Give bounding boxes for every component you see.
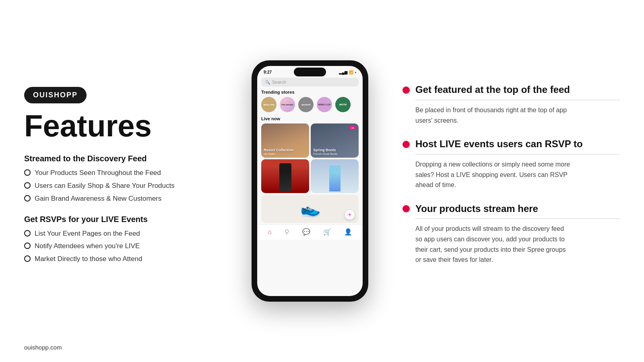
logo-badge: OUISHOPP — [24, 87, 87, 103]
feature-divider-2 — [415, 154, 620, 154]
feature-title-2: Host LIVE events users can RSVP to — [415, 138, 583, 150]
logo-text: OUISHOPP — [33, 91, 78, 99]
list-item-text: Users can Easily Shop & Share Your Produ… — [35, 181, 175, 191]
signal-icon: ▂▄▆ — [339, 70, 347, 74]
red-dot-icon — [402, 86, 410, 94]
bullet-icon — [24, 255, 31, 262]
feature-title-1: Get featured at the top of the feed — [415, 84, 570, 96]
feature-header-3: Your products stream here — [402, 203, 620, 215]
list-item-text: List Your Event Pages on the Feed — [35, 229, 140, 239]
live-card-content: Resort Collection via Swim — [261, 123, 309, 158]
red-dot-icon — [402, 205, 410, 212]
list-item-text: Gain Brand Awareness & New Customers — [35, 194, 161, 204]
left-panel: OUISHOPP Features Streamed to the Discov… — [24, 87, 242, 275]
fashion-card-1[interactable] — [261, 159, 309, 193]
store-avatar-freepeople[interactable]: free people — [280, 97, 295, 112]
section1-bullet-list: Your Products Seen Throughout the Feed U… — [24, 168, 225, 203]
section2-heading: Get RSVPs for your LIVE Events — [24, 215, 225, 224]
footer-url: ouishopp.com — [24, 344, 62, 351]
phone-device: 9:27 ▂▄▆ 📶 ▪ 🔍 Search Trending stores do… — [252, 60, 368, 302]
store-avatar-aerie[interactable]: aerie — [335, 97, 351, 112]
search-placeholder: Search — [272, 80, 286, 84]
feature-item-1: Get featured at the top of the feed Be p… — [402, 84, 620, 125]
feature-item-3: Your products stream here All of your pr… — [402, 203, 620, 265]
bottom-grid — [257, 159, 363, 195]
feature-header-2: Host LIVE events users can RSVP to — [402, 138, 620, 150]
list-item: Your Products Seen Throughout the Feed — [24, 168, 225, 178]
live-card-title: Resort Collection — [264, 148, 294, 152]
list-item-text: Notify Attendees when you're LIVE — [35, 241, 140, 251]
store-avatar-dolcevita[interactable]: dolce vita — [261, 97, 277, 112]
phone-nav: ⌂ ⚲ 💬 🛒 👤 — [257, 224, 363, 240]
phone-search-bar[interactable]: 🔍 Search — [261, 78, 359, 86]
list-item: List Your Event Pages on the Feed — [24, 229, 225, 239]
feature-divider-3 — [415, 218, 620, 219]
list-item-text: Your Products Seen Throughout the Feed — [35, 168, 161, 178]
chat-nav-icon[interactable]: 💬 — [302, 228, 310, 236]
phone-time: 9:27 — [264, 70, 272, 74]
live-card-subtitle: via Swim — [264, 152, 294, 155]
list-item: Users can Easily Shop & Share Your Produ… — [24, 181, 225, 191]
trending-stores-row: dolce vita free people gorland WINKY LUX… — [257, 97, 363, 116]
search-icon: 🔍 — [265, 80, 270, 84]
fashion-card-2[interactable] — [311, 159, 359, 193]
feature-item-2: Host LIVE events users can RSVP to Dropp… — [402, 138, 620, 190]
add-to-cart-button[interactable]: + — [345, 210, 355, 220]
cart-nav-icon[interactable]: 🛒 — [323, 228, 331, 236]
red-dot-icon — [402, 141, 410, 148]
phone-mockup: 9:27 ▂▄▆ 📶 ▪ 🔍 Search Trending stores do… — [242, 60, 378, 302]
section2-bullet-list: List Your Event Pages on the Feed Notify… — [24, 229, 225, 264]
list-item-text: Market Directly to those who Attend — [35, 254, 142, 264]
phone-notch — [294, 68, 326, 76]
live-now-label: Live now — [257, 116, 363, 123]
live-card-resort[interactable]: Resort Collection via Swim — [261, 123, 309, 158]
battery-icon: ▪ — [355, 70, 356, 74]
live-card-title: Spring Boots — [313, 148, 337, 152]
feature-desc-2: Dropping a new collections or simply nee… — [402, 159, 572, 190]
bullet-icon — [24, 195, 31, 202]
status-icons: ▂▄▆ 📶 ▪ — [339, 70, 356, 74]
wifi-icon: 📶 — [349, 70, 353, 74]
list-item: Market Directly to those who Attend — [24, 254, 225, 264]
search-nav-icon[interactable]: ⚲ — [285, 228, 289, 236]
live-card-boots[interactable]: 31 Spring Boots French Road Boots — [311, 123, 359, 158]
feature-header-1: Get featured at the top of the feed — [402, 84, 620, 96]
trending-label: Trending stores — [257, 90, 363, 97]
shoe-card[interactable]: 👟 + — [261, 195, 359, 223]
feature-title-3: Your products stream here — [415, 203, 538, 215]
live-card-subtitle: French Road Boots — [313, 152, 337, 155]
bullet-icon — [24, 243, 31, 249]
section1-heading: Streamed to the Discovery Feed — [24, 154, 225, 163]
list-item: Gain Brand Awareness & New Customers — [24, 194, 225, 204]
store-avatar-winkylux[interactable]: WINKY LUX — [317, 97, 332, 112]
feature-desc-1: Be placed in front of thousands right at… — [402, 105, 572, 125]
right-panel: Get featured at the top of the feed Be p… — [378, 84, 620, 278]
feature-divider-1 — [415, 100, 620, 100]
bullet-icon — [24, 230, 31, 237]
home-nav-icon[interactable]: ⌂ — [268, 228, 272, 236]
bullet-icon — [24, 182, 31, 189]
profile-nav-icon[interactable]: 👤 — [344, 228, 352, 236]
live-grid: Resort Collection via Swim 31 Spring Boo… — [257, 123, 363, 159]
list-item: Notify Attendees when you're LIVE — [24, 241, 225, 251]
shoe-image: 👟 — [298, 198, 321, 220]
page-title: Features — [24, 111, 225, 141]
store-avatar-gorland[interactable]: gorland — [298, 97, 314, 112]
bullet-icon — [24, 169, 31, 176]
feature-desc-3: All of your products will stream to the … — [402, 224, 572, 265]
phone-screen: 9:27 ▂▄▆ 📶 ▪ 🔍 Search Trending stores do… — [257, 66, 363, 296]
